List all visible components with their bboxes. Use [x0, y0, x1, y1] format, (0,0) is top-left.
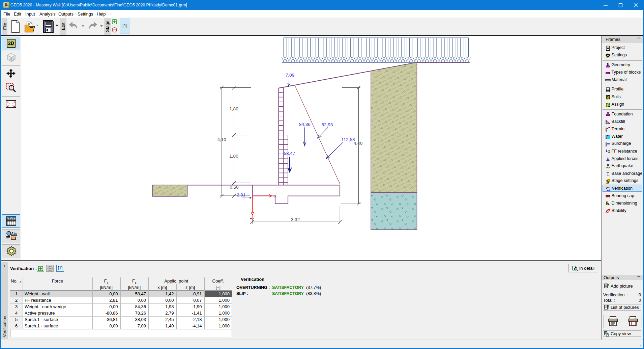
- svg-text:4,40: 4,40: [354, 141, 362, 146]
- svg-text:52,93: 52,93: [322, 122, 333, 127]
- svg-text:58,47: 58,47: [284, 151, 295, 156]
- svg-text:+z: +z: [250, 216, 255, 221]
- svg-text:7,09: 7,09: [286, 73, 294, 78]
- svg-text:+x: +x: [272, 194, 276, 198]
- svg-text:4,10: 4,10: [217, 137, 226, 142]
- svg-text:Abc: Abc: [11, 232, 17, 236]
- svg-text:2,81: 2,81: [237, 192, 245, 197]
- svg-text:3,32: 3,32: [291, 217, 300, 222]
- svg-text:3D: 3D: [9, 57, 14, 61]
- svg-text:1,80: 1,80: [229, 154, 238, 159]
- svg-text:1,80: 1,80: [229, 106, 238, 111]
- svg-text:84,36: 84,36: [299, 122, 311, 127]
- svg-text:2: 2: [608, 180, 610, 182]
- svg-text:112,53: 112,53: [341, 137, 355, 142]
- svg-text:0,50: 0,50: [230, 185, 238, 190]
